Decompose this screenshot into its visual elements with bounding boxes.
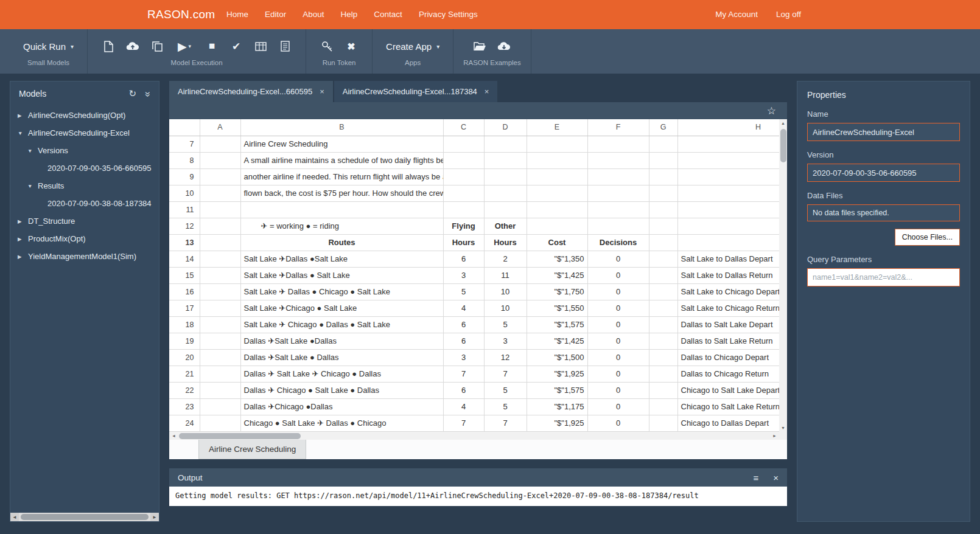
scrollbar-thumb[interactable] — [179, 433, 301, 439]
cell-G18[interactable] — [649, 316, 677, 333]
cell-B11[interactable] — [240, 201, 443, 218]
copy-model-button[interactable] — [146, 36, 168, 57]
cell-G14[interactable] — [649, 251, 677, 267]
cell-D10[interactable] — [484, 185, 527, 201]
cell-C24[interactable]: 7 — [443, 415, 484, 431]
cell-D9[interactable] — [484, 168, 527, 185]
cell-C12[interactable]: Flying — [443, 218, 484, 234]
tree-item-results[interactable]: ▼Results — [10, 177, 159, 195]
cell-F17[interactable]: 0 — [587, 300, 649, 316]
cell-E7[interactable] — [527, 136, 587, 152]
nav-link-help[interactable]: Help — [341, 10, 358, 19]
cell-D7[interactable] — [484, 136, 527, 152]
check-model-button[interactable]: ✔ — [225, 36, 247, 57]
create-app-button[interactable]: Create App ▾ — [382, 39, 443, 54]
cell-A17[interactable] — [200, 300, 240, 316]
cell-B24[interactable]: Chicago ● Salt Lake ✈ Dallas ● Chicago — [240, 415, 443, 431]
cell-D11[interactable] — [484, 201, 527, 218]
cell-H19[interactable]: Dallas to Salt Lake Return — [677, 333, 779, 349]
cell-E10[interactable] — [527, 185, 587, 201]
sheet-tab-airline-crew-scheduling[interactable]: Airline Crew Scheduling — [198, 440, 306, 459]
cell-H24[interactable]: Chicago to Dallas Depart — [677, 415, 779, 431]
tree-item-productmix-opt[interactable]: ▶ProductMix(Opt) — [10, 230, 159, 248]
cell-G7[interactable] — [649, 136, 677, 152]
nav-link-home[interactable]: Home — [226, 10, 248, 19]
quick-run-button[interactable]: Quick Run ▾ — [19, 39, 77, 54]
cell-C20[interactable]: 3 — [443, 349, 484, 366]
scroll-right-icon[interactable]: ► — [150, 513, 159, 521]
cell-D13[interactable]: Hours — [484, 234, 527, 251]
scroll-left-icon[interactable]: ◄ — [10, 513, 19, 521]
cell-G8[interactable] — [649, 152, 677, 168]
cell-G15[interactable] — [649, 267, 677, 283]
cell-E9[interactable] — [527, 168, 587, 185]
cell-D18[interactable]: 5 — [484, 316, 527, 333]
row-header-19[interactable]: 19 — [169, 333, 200, 349]
cell-D8[interactable] — [484, 152, 527, 168]
nav-link-log-off[interactable]: Log off — [776, 10, 801, 19]
cell-G24[interactable] — [649, 415, 677, 431]
nav-link-privacy-settings[interactable]: Privacy Settings — [419, 10, 478, 19]
view-results-button[interactable] — [250, 36, 271, 57]
cell-E19[interactable]: "$"1,425 — [527, 333, 587, 349]
row-header-16[interactable]: 16 — [169, 283, 200, 300]
cell-D14[interactable]: 2 — [484, 251, 527, 267]
cell-H7[interactable] — [677, 136, 779, 152]
cell-G21[interactable] — [649, 366, 677, 382]
cell-A8[interactable] — [200, 152, 240, 168]
menu-icon[interactable]: ≡ — [753, 473, 758, 483]
cell-F15[interactable]: 0 — [587, 267, 649, 283]
cell-F22[interactable]: 0 — [587, 382, 649, 398]
cell-D15[interactable]: 11 — [484, 267, 527, 283]
nav-link-about[interactable]: About — [303, 10, 324, 19]
cell-B20[interactable]: Dallas ✈Salt Lake ● Dallas — [240, 349, 443, 366]
nav-link-my-account[interactable]: My Account — [715, 10, 758, 19]
cell-E23[interactable]: "$"1,175 — [527, 398, 587, 415]
tree-item-2020-07-09-00-35-06-660595[interactable]: 2020-07-09-00-35-06-660595 — [10, 159, 159, 177]
cell-A14[interactable] — [200, 251, 240, 267]
get-run-token-button[interactable] — [316, 36, 338, 57]
revoke-run-token-button[interactable]: ✖ — [340, 36, 362, 57]
cell-E8[interactable] — [527, 152, 587, 168]
cell-D21[interactable]: 7 — [484, 366, 527, 382]
cell-H23[interactable]: Chicago to Salt Lake Return — [677, 398, 779, 415]
scrollbar-thumb[interactable] — [780, 129, 786, 162]
column-header-f[interactable]: F — [587, 119, 649, 136]
refresh-icon[interactable]: ↻ — [129, 88, 137, 99]
cell-E18[interactable]: "$"1,575 — [527, 316, 587, 333]
row-header-13[interactable]: 13 — [169, 234, 200, 251]
column-header-g[interactable]: G — [649, 119, 677, 136]
cell-G19[interactable] — [649, 333, 677, 349]
cell-E13[interactable]: Cost — [527, 234, 587, 251]
row-header-15[interactable]: 15 — [169, 267, 200, 283]
cell-E21[interactable]: "$"1,925 — [527, 366, 587, 382]
cell-D16[interactable]: 10 — [484, 283, 527, 300]
row-header-23[interactable]: 23 — [169, 398, 200, 415]
cell-H21[interactable]: Dallas to Chicago Return — [677, 366, 779, 382]
row-header-24[interactable]: 24 — [169, 415, 200, 431]
new-model-button[interactable] — [97, 36, 119, 57]
cell-F7[interactable] — [587, 136, 649, 152]
view-log-button[interactable] — [274, 36, 296, 57]
tree-item-airlinecrewscheduling-opt[interactable]: ▶AirlineCrewScheduling(Opt) — [10, 106, 159, 124]
cell-F8[interactable] — [587, 152, 649, 168]
cell-C19[interactable]: 6 — [443, 333, 484, 349]
cell-F18[interactable]: 0 — [587, 316, 649, 333]
cell-B16[interactable]: Salt Lake ✈ Dallas ● Chicago ● Salt Lake — [240, 283, 443, 300]
cell-E14[interactable]: "$"1,350 — [527, 251, 587, 267]
cell-F21[interactable]: 0 — [587, 366, 649, 382]
row-header-17[interactable]: 17 — [169, 300, 200, 316]
cell-A13[interactable] — [200, 234, 240, 251]
cell-B22[interactable]: Dallas ✈ Chicago ● Salt Lake ● Dallas — [240, 382, 443, 398]
caret-right-icon[interactable]: ▶ — [18, 236, 28, 242]
stop-run-button[interactable]: ■ — [201, 36, 223, 57]
cell-G16[interactable] — [649, 283, 677, 300]
cell-H11[interactable] — [677, 201, 779, 218]
column-header-a[interactable]: A — [200, 119, 240, 136]
cell-H9[interactable] — [677, 168, 779, 185]
cell-H15[interactable]: Salt Lake to Dallas Return — [677, 267, 779, 283]
cell-C21[interactable]: 7 — [443, 366, 484, 382]
caret-right-icon[interactable]: ▶ — [18, 218, 28, 224]
cell-C7[interactable] — [443, 136, 484, 152]
scroll-left-icon[interactable]: ◄ — [170, 432, 178, 440]
